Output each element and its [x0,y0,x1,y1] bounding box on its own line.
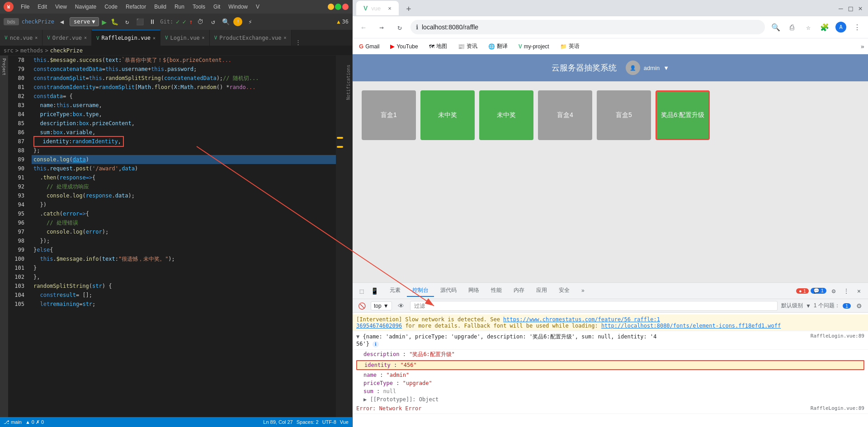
devtools-tab-security[interactable]: 安全 [553,285,575,297]
inspect-icon[interactable]: ⬚ [356,286,367,296]
prototype-expand[interactable]: ▶ [[Prototype]]: Object [363,396,439,403]
back-button[interactable]: ← [356,20,371,34]
settings-icon[interactable]: ⚙ [828,286,839,296]
share-btn[interactable]: ⎙ [785,20,799,34]
prize-box-1[interactable]: 盲盒1 [362,90,416,140]
bookmark-maps[interactable]: 🗺 地图 [426,41,450,52]
bookmark-myproject[interactable]: V my-project [516,42,552,52]
close-devtools-btn[interactable]: × [854,286,864,296]
tab-close[interactable]: × [284,35,287,40]
tab-order[interactable]: V Order.vue × [42,30,92,46]
address-bar[interactable]: ℹ localhost:8080/raffle [410,20,765,34]
project-icon[interactable]: Project [1,57,7,76]
devtools-tab-sources[interactable]: 源代码 [435,285,462,297]
bookmark-translate[interactable]: 🌐 翻译 [486,41,510,52]
maximize-button[interactable] [335,4,341,10]
prize-box-4[interactable]: 盲盒4 [538,90,592,140]
tab-product[interactable]: V ProductExchange.vue × [210,30,292,46]
console-settings-icon[interactable]: ⚙ [854,300,864,311]
devtools-tab-console[interactable]: 控制台 [407,285,434,297]
menu-run[interactable]: Run [171,3,188,11]
notif-button[interactable]: ! [233,17,242,26]
debug-button[interactable]: 🐛 [109,17,119,27]
tab-close[interactable]: × [153,36,156,41]
profile-btn[interactable]: A [834,20,848,34]
eye-icon[interactable]: 👁 [396,300,406,311]
devtools-tab-application[interactable]: 应用 [531,285,552,297]
prize-box-6[interactable]: 奖品6:配置升级 [656,90,710,140]
menu-btn[interactable]: ⋮ [850,20,864,34]
devtools-tab-elements[interactable]: 元素 [384,285,406,297]
run-button[interactable]: ▶ [102,17,107,27]
prize-box-2[interactable]: 未中奖 [420,90,475,140]
raffle-link[interactable]: 36954674602096 [356,323,402,329]
menu-window[interactable]: Window [225,3,251,11]
history-button[interactable]: ⏱ [195,17,205,27]
warnings-area[interactable]: ▲ 36 [337,19,349,25]
minimize-button[interactable] [328,4,334,10]
extensions-btn[interactable]: 🧩 [817,20,832,34]
pause-button[interactable]: ⏸ [147,17,157,27]
menu-v[interactable]: V [252,3,263,11]
bookmark-gmail[interactable]: G Gmail [356,41,382,52]
prize-box-3[interactable]: 未中奖 [479,90,533,140]
reload-button[interactable]: ↻ [122,17,132,27]
close-button[interactable] [342,4,349,10]
devtools-tab-performance[interactable]: 性能 [486,285,507,297]
tabs-overflow[interactable]: ⋮ [292,39,305,46]
menu-build[interactable]: Build [151,3,170,11]
tab-close[interactable]: × [84,35,87,40]
menu-navigate[interactable]: Navigate [71,3,100,11]
browser-close-btn[interactable]: × [856,2,864,14]
browser-maximize-btn[interactable]: □ [847,2,855,14]
font-link[interactable]: http://localhost:8080/fonts/element-icon… [601,323,781,329]
stop-button[interactable]: ⬛ [135,17,145,27]
more-devtools-icon[interactable]: ⋮ [841,286,852,296]
devtools-tab-more[interactable]: » [576,286,590,296]
prize-box-5[interactable]: 盲盒5 [597,90,651,140]
context-selector[interactable]: top ▼ [371,301,392,310]
expand-arrow[interactable]: ▼ [356,333,359,340]
device-icon[interactable]: 📱 [369,286,380,296]
notifications-label[interactable]: Notifications [346,65,351,100]
forward-button[interactable]: → [374,20,389,34]
browser-tab[interactable]: V vue × [356,1,399,15]
bookmark-news[interactable]: 📰 资讯 [455,41,480,52]
revert-button[interactable]: ↺ [208,17,218,27]
menu-refactor[interactable]: Refactor [122,3,150,11]
refresh-button[interactable]: ↻ [392,20,407,34]
browser-minimize-btn[interactable]: — [837,2,845,14]
menu-git[interactable]: Git [210,3,224,11]
tab-close-btn[interactable]: × [388,5,392,12]
bookmark-english[interactable]: 📁 英语 [557,41,582,52]
devtools-tab-memory[interactable]: 内存 [508,285,530,297]
menu-tools[interactable]: Tools [189,3,209,11]
menu-code[interactable]: Code [101,3,121,11]
level-dropdown[interactable]: ▼ [806,303,811,309]
minimap[interactable] [336,56,344,417]
menu-file[interactable]: File [17,3,33,11]
tab-close[interactable]: × [35,35,38,40]
git-push[interactable]: ↑ [189,18,193,25]
menu-view[interactable]: View [52,3,71,11]
console-filter-input[interactable] [410,301,778,311]
user-dropdown-icon[interactable]: ▼ [663,65,669,71]
log-source[interactable]: RaffleLogin.vue:89 [811,333,864,339]
devtools-tab-network[interactable]: 网络 [463,285,485,297]
search-button[interactable]: 🔍 [221,17,231,27]
tab-rafflelogin[interactable]: V RaffleLogin.vue × [92,30,160,46]
error-source[interactable]: RaffleLogin.vue:89 [811,405,864,412]
tab-nce[interactable]: V nce.vue × [0,30,42,46]
menu-edit[interactable]: Edit [34,3,51,11]
tab-close[interactable]: × [202,35,205,40]
bookmark-btn[interactable]: ☆ [801,20,816,34]
new-tab-button[interactable]: + [402,2,415,14]
chromestatus-link[interactable]: https://www.chromestatus.com/feature/56 … [503,316,660,323]
back-btn[interactable]: ◀ [57,17,67,27]
bookmarks-more-btn[interactable]: » [861,43,864,50]
bookmark-youtube[interactable]: ▶ YouTube [387,41,420,52]
search-btn[interactable]: 🔍 [769,20,783,34]
clear-console-btn[interactable]: 🚫 [356,300,367,311]
serve-button[interactable]: serve ▼ [70,17,99,26]
more-button[interactable]: ⚡ [245,17,255,27]
